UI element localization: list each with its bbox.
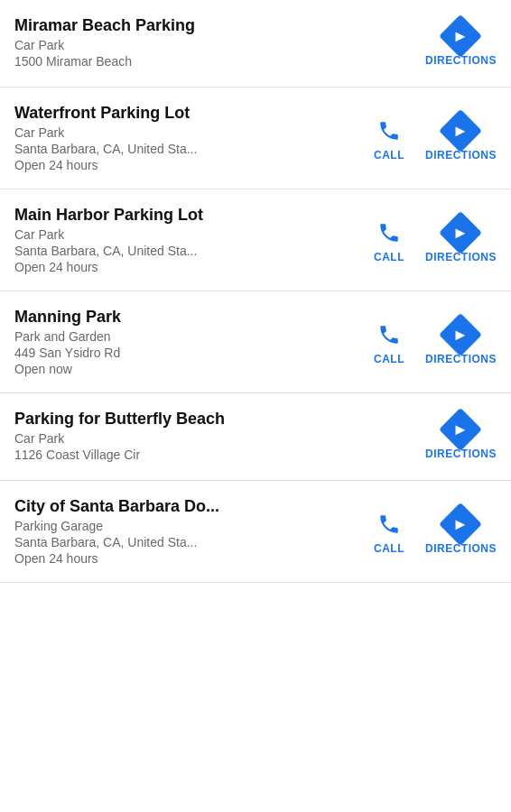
item-status: Open now [14,362,360,376]
directions-button[interactable]: ► DIRECTIONS [425,217,497,263]
call-label: CALL [374,353,404,365]
item-address: Santa Barbara, CA, United Sta... [14,244,360,258]
item-name: City of Santa Barbara Do... [14,497,360,516]
phone-icon [373,217,405,249]
item-info: Main Harbor Parking LotCar ParkSanta Bar… [14,206,367,274]
directions-icon: ► [444,115,477,147]
call-button[interactable]: CALL [367,217,411,263]
item-type: Car Park [14,38,418,52]
list-item: Miramar Beach ParkingCar Park1500 Mirama… [0,0,511,88]
item-info: Manning ParkPark and Garden449 San Ysidr… [14,308,367,376]
directions-icon: ► [444,217,477,249]
item-actions: CALL ► DIRECTIONS [367,318,497,365]
call-label: CALL [374,251,404,263]
phone-icon [373,115,405,147]
item-address: 449 San Ysidro Rd [14,346,360,360]
item-actions: CALL ► DIRECTIONS [367,217,497,263]
item-actions: CALL ► DIRECTIONS [367,115,497,161]
item-type: Car Park [14,125,360,140]
directions-icon: ► [444,318,477,351]
item-name: Parking for Butterfly Beach [14,410,418,429]
item-info: Parking for Butterfly BeachCar Park1126 … [14,410,425,464]
call-button[interactable]: CALL [367,318,411,365]
item-actions: ► DIRECTIONS [425,413,497,460]
call-button[interactable]: CALL [367,115,411,161]
item-name: Waterfront Parking Lot [14,104,360,123]
places-list: Miramar Beach ParkingCar Park1500 Mirama… [0,0,511,583]
item-name: Manning Park [14,308,360,327]
item-address: Santa Barbara, CA, United Sta... [14,142,360,156]
phone-icon [373,318,405,351]
directions-button[interactable]: ► DIRECTIONS [425,20,497,67]
list-item: Parking for Butterfly BeachCar Park1126 … [0,393,511,481]
list-item: Main Harbor Parking LotCar ParkSanta Bar… [0,189,511,291]
directions-icon: ► [444,20,477,52]
item-name: Main Harbor Parking Lot [14,206,360,225]
item-type: Park and Garden [14,329,360,344]
directions-button[interactable]: ► DIRECTIONS [425,508,497,555]
directions-icon: ► [444,413,477,446]
item-info: Waterfront Parking LotCar ParkSanta Barb… [14,104,367,172]
list-item: Manning ParkPark and Garden449 San Ysidr… [0,291,511,393]
item-type: Parking Garage [14,519,360,533]
call-button[interactable]: CALL [367,508,411,555]
item-address: 1500 Miramar Beach [14,54,418,69]
item-actions: ► DIRECTIONS [425,20,497,67]
item-name: Miramar Beach Parking [14,16,418,35]
call-label: CALL [374,542,404,555]
phone-icon [373,508,405,540]
directions-icon: ► [444,508,477,540]
item-address: 1126 Coast Village Cir [14,448,418,462]
directions-button[interactable]: ► DIRECTIONS [425,115,497,161]
item-type: Car Park [14,431,418,446]
item-actions: CALL ► DIRECTIONS [367,508,497,555]
item-address: Santa Barbara, CA, United Sta... [14,535,360,549]
list-item: Waterfront Parking LotCar ParkSanta Barb… [0,88,511,189]
directions-button[interactable]: ► DIRECTIONS [425,413,497,460]
item-info: Miramar Beach ParkingCar Park1500 Mirama… [14,16,425,70]
item-status: Open 24 hours [14,260,360,274]
item-type: Car Park [14,227,360,242]
call-label: CALL [374,149,404,161]
item-info: City of Santa Barbara Do...Parking Garag… [14,497,367,566]
item-status: Open 24 hours [14,551,360,566]
list-item: City of Santa Barbara Do...Parking Garag… [0,481,511,583]
item-status: Open 24 hours [14,158,360,172]
directions-button[interactable]: ► DIRECTIONS [425,318,497,365]
